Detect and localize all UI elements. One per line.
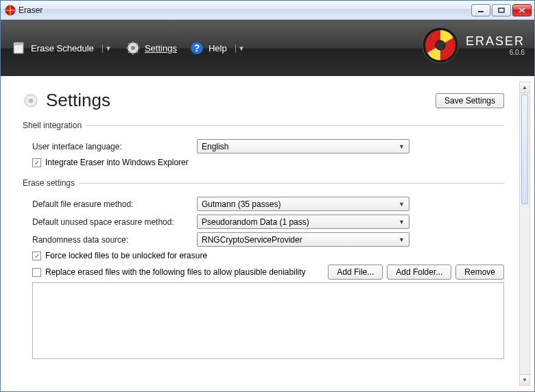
gear-icon [126, 40, 141, 56]
svg-rect-4 [14, 42, 23, 45]
replace-checkbox[interactable]: ✓ [32, 268, 41, 277]
file-method-select[interactable]: Gutmann (35 passes) ▼ [197, 197, 409, 211]
language-label: User interface language: [32, 142, 197, 151]
erase-legend: Erase settings [23, 178, 79, 188]
brand-name: ERASER [466, 34, 525, 49]
add-file-button[interactable]: Add File... [328, 265, 383, 280]
schedule-icon [12, 40, 27, 56]
chevron-down-icon: │▼ [234, 45, 245, 52]
close-button[interactable] [512, 4, 532, 16]
integrate-checkbox[interactable]: ✓ [32, 158, 41, 167]
scroll-up-button[interactable]: ▲ [520, 82, 530, 93]
save-settings-button[interactable]: Save Settings [436, 93, 504, 108]
file-method-label: Default file erasure method: [32, 199, 197, 209]
toolbar: Erase Schedule │▼ Settings ? Help │▼ [1, 20, 534, 76]
svg-point-6 [131, 46, 135, 50]
force-locked-checkbox[interactable]: ✓ [32, 252, 41, 260]
force-locked-label: Force locked files to be unlocked for er… [45, 251, 207, 260]
fieldset-shell: Shell integration User interface languag… [23, 121, 504, 169]
svg-rect-1 [478, 11, 484, 12]
fieldset-erase: Erase settings Default file erasure meth… [23, 178, 504, 359]
help-icon: ? [189, 40, 204, 56]
chevron-down-icon: ▼ [399, 219, 405, 225]
random-source-select[interactable]: RNGCryptoServiceProvider ▼ [197, 232, 409, 247]
maximize-button[interactable] [492, 4, 511, 16]
integrate-label: Integrate Eraser into Windows Explorer [45, 158, 189, 167]
space-method-label: Default unused space erasure method: [32, 217, 197, 227]
svg-text:?: ? [194, 42, 200, 53]
settings-page-icon [23, 93, 39, 109]
window-title: Eraser [19, 5, 471, 15]
window-controls [471, 4, 532, 16]
svg-point-13 [29, 99, 33, 103]
scroll-thumb[interactable] [521, 95, 528, 204]
svg-point-11 [436, 40, 445, 50]
toolbar-settings[interactable]: Settings [124, 38, 178, 58]
titlebar: Eraser [1, 1, 534, 20]
brand-version: 6.0.6 [466, 49, 525, 56]
content: Settings Save Settings Shell integration… [6, 82, 518, 386]
shell-legend: Shell integration [23, 121, 86, 130]
random-source-label: Randomness data source: [32, 235, 197, 245]
toolbar-erase-schedule[interactable]: Erase Schedule │▼ [10, 38, 115, 58]
scroll-down-button[interactable]: ▼ [520, 374, 530, 385]
language-select[interactable]: English ▼ [197, 139, 409, 154]
minimize-button[interactable] [471, 4, 490, 16]
replacement-files-list[interactable] [32, 282, 504, 359]
chevron-down-icon: │▼ [101, 45, 112, 52]
brand: ERASER 6.0.6 [422, 27, 525, 64]
remove-button[interactable]: Remove [455, 265, 504, 280]
chevron-down-icon: ▼ [399, 143, 405, 150]
chevron-down-icon: ▼ [399, 201, 405, 208]
app-icon [5, 5, 16, 16]
vertical-scrollbar[interactable]: ▲ ▼ [519, 82, 530, 386]
brand-logo-icon [422, 27, 459, 64]
replace-label: Replace erased files with the following … [45, 267, 306, 277]
content-wrap: Settings Save Settings Shell integration… [1, 76, 534, 391]
space-method-select[interactable]: Pseudorandom Data (1 pass) ▼ [197, 215, 409, 229]
page-title: Settings [46, 90, 110, 111]
toolbar-help[interactable]: ? Help │▼ [188, 38, 248, 58]
chevron-down-icon: ▼ [399, 236, 405, 243]
app-window: Eraser Erase Schedule │▼ Settings ? Help [0, 0, 535, 392]
add-folder-button[interactable]: Add Folder... [387, 265, 451, 280]
svg-rect-2 [499, 8, 504, 12]
